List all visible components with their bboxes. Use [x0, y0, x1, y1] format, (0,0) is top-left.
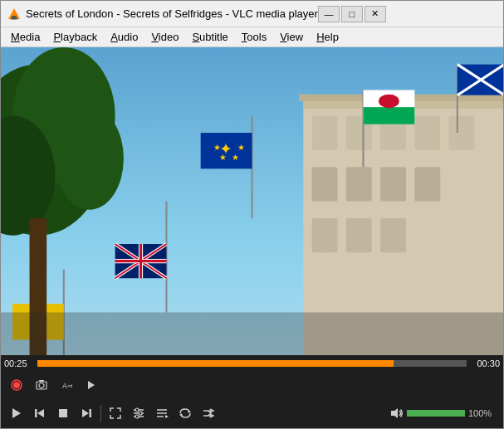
fullscreen-button[interactable]: [105, 402, 126, 424]
minimize-button[interactable]: —: [318, 6, 340, 22]
menu-bar: Media Playback Audio Video Subtitle Tool…: [1, 27, 503, 47]
svg-point-72: [135, 415, 139, 418]
svg-rect-53: [1, 312, 503, 355]
menu-video[interactable]: Video: [144, 29, 185, 45]
svg-marker-61: [12, 408, 21, 418]
menu-media[interactable]: Media: [4, 29, 46, 45]
svg-rect-66: [90, 409, 92, 417]
extended-settings-button[interactable]: [128, 402, 149, 424]
close-button[interactable]: ✕: [365, 6, 386, 22]
svg-rect-8: [414, 115, 440, 149]
svg-rect-25: [363, 107, 414, 124]
svg-point-55: [13, 382, 20, 388]
record-button[interactable]: [6, 374, 27, 396]
play-pause-button-small[interactable]: [81, 374, 102, 396]
ab-loop-button[interactable]: A⇒B: [56, 374, 77, 396]
app-window: Secrets of London - Secrets of Selfridge…: [0, 0, 504, 429]
svg-rect-16: [380, 218, 406, 252]
prev-button[interactable]: [29, 402, 51, 424]
play-button[interactable]: [6, 402, 27, 424]
svg-rect-63: [35, 409, 37, 417]
menu-tools[interactable]: Tools: [235, 29, 273, 45]
menu-view[interactable]: View: [273, 29, 310, 45]
video-frame: ✦ ★ ★ ★ ★ —: [1, 47, 503, 355]
volume-area: 100%: [390, 407, 498, 420]
menu-playback[interactable]: Playback: [46, 29, 104, 45]
progress-area: 00:25 00:30: [1, 355, 503, 372]
svg-rect-58: [39, 380, 44, 382]
progress-bar[interactable]: [37, 360, 467, 367]
video-area: ✦ ★ ★ ★ ★ —: [1, 47, 503, 355]
svg-rect-2: [11, 18, 17, 20]
separator-1: [100, 405, 101, 422]
svg-rect-11: [346, 167, 372, 201]
svg-marker-81: [391, 408, 398, 418]
volume-bar[interactable]: [407, 410, 465, 417]
svg-rect-14: [312, 218, 338, 252]
svg-text:★: ★: [213, 143, 221, 152]
menu-help[interactable]: Help: [310, 29, 345, 45]
window-controls: — □ ✕: [318, 6, 386, 22]
svg-text:A⇒B: A⇒B: [62, 382, 72, 390]
svg-rect-12: [380, 167, 406, 201]
menu-audio[interactable]: Audio: [104, 29, 144, 45]
svg-marker-65: [82, 409, 89, 417]
menu-subtitle[interactable]: Subtitle: [185, 29, 234, 45]
svg-point-70: [135, 408, 139, 412]
random-button[interactable]: [198, 402, 219, 424]
loop-button[interactable]: [174, 402, 196, 424]
svg-point-71: [139, 412, 142, 415]
svg-marker-60: [88, 381, 95, 389]
progress-fill: [37, 360, 394, 367]
svg-rect-13: [414, 167, 440, 201]
svg-text:★: ★: [232, 153, 239, 162]
svg-rect-15: [346, 218, 372, 252]
snapshot-button[interactable]: [31, 374, 52, 396]
time-total: 00:30: [470, 358, 500, 368]
volume-button[interactable]: [390, 407, 404, 420]
svg-point-51: [55, 107, 123, 210]
volume-fill: [407, 410, 465, 417]
svg-rect-1: [12, 16, 17, 18]
window-title: Secrets of London - Secrets of Selfridge…: [26, 7, 318, 20]
svg-rect-64: [59, 409, 67, 417]
svg-text:★: ★: [219, 153, 227, 162]
stop-button[interactable]: [52, 402, 74, 424]
time-current: 00:25: [4, 358, 34, 368]
playlist-button[interactable]: [151, 402, 173, 424]
svg-point-57: [39, 383, 44, 388]
controls-row2: 100%: [1, 398, 503, 428]
svg-rect-10: [312, 167, 338, 201]
vlc-icon: [7, 7, 21, 21]
volume-label: 100%: [468, 408, 498, 418]
title-bar: Secrets of London - Secrets of Selfridge…: [1, 1, 503, 27]
maximize-button[interactable]: □: [341, 6, 363, 22]
svg-rect-5: [312, 115, 338, 149]
controls-row1: A⇒B: [1, 372, 503, 398]
svg-marker-62: [37, 409, 44, 417]
svg-rect-9: [449, 115, 475, 149]
svg-marker-76: [165, 415, 169, 418]
svg-text:★: ★: [237, 143, 245, 152]
next-button[interactable]: [76, 402, 97, 424]
